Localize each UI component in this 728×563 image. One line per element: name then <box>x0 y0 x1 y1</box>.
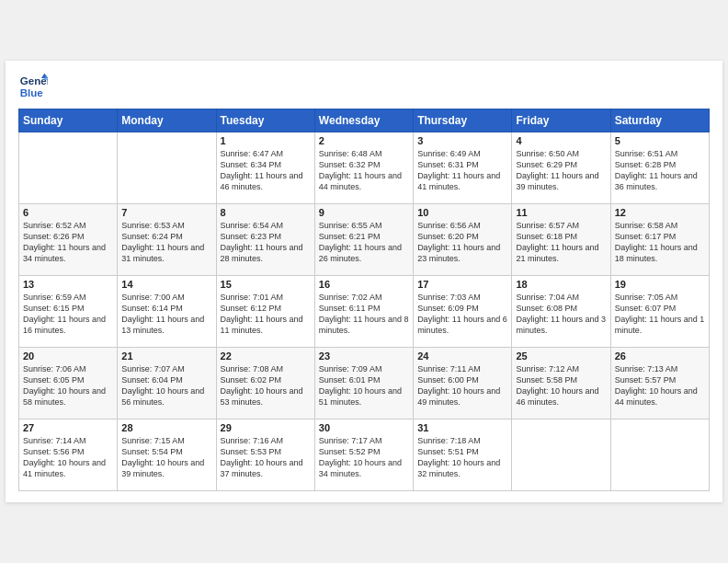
cell-content: Sunrise: 7:11 AM Sunset: 6:00 PM Dayligh… <box>417 363 507 408</box>
day-number: 22 <box>221 350 311 362</box>
day-number: 3 <box>417 135 507 146</box>
day-number: 19 <box>615 279 705 290</box>
cell-content: Sunrise: 6:58 AM Sunset: 6:17 PM Dayligh… <box>615 220 705 265</box>
calendar-cell: 30Sunrise: 7:17 AM Sunset: 5:52 PM Dayli… <box>314 419 413 491</box>
calendar-week-row: 1Sunrise: 6:47 AM Sunset: 6:34 PM Daylig… <box>19 132 710 204</box>
cell-content: Sunrise: 6:51 AM Sunset: 6:28 PM Dayligh… <box>615 148 705 193</box>
day-number: 30 <box>319 422 409 433</box>
weekday-header-monday: Monday <box>118 109 216 132</box>
calendar-week-row: 6Sunrise: 6:52 AM Sunset: 6:26 PM Daylig… <box>19 204 710 276</box>
day-number: 5 <box>615 135 705 146</box>
calendar-cell: 11Sunrise: 6:57 AM Sunset: 6:18 PM Dayli… <box>512 204 610 276</box>
calendar-cell: 25Sunrise: 7:12 AM Sunset: 5:58 PM Dayli… <box>512 348 610 419</box>
calendar-cell: 16Sunrise: 7:02 AM Sunset: 6:11 PM Dayli… <box>314 276 413 348</box>
svg-text:Blue: Blue <box>20 87 44 98</box>
cell-content: Sunrise: 7:04 AM Sunset: 6:08 PM Dayligh… <box>516 292 606 337</box>
calendar-cell: 6Sunrise: 6:52 AM Sunset: 6:26 PM Daylig… <box>19 204 118 276</box>
cell-content: Sunrise: 6:57 AM Sunset: 6:18 PM Dayligh… <box>516 220 606 265</box>
cell-content: Sunrise: 7:13 AM Sunset: 5:57 PM Dayligh… <box>615 363 705 408</box>
cell-content: Sunrise: 7:09 AM Sunset: 6:01 PM Dayligh… <box>319 363 409 408</box>
cell-content: Sunrise: 7:00 AM Sunset: 6:14 PM Dayligh… <box>121 292 211 337</box>
calendar-cell: 29Sunrise: 7:16 AM Sunset: 5:53 PM Dayli… <box>216 419 314 491</box>
calendar-cell: 3Sunrise: 6:49 AM Sunset: 6:31 PM Daylig… <box>414 132 512 204</box>
day-number: 20 <box>23 350 113 362</box>
day-number: 6 <box>23 207 113 218</box>
day-number: 29 <box>221 422 311 433</box>
calendar-cell: 4Sunrise: 6:50 AM Sunset: 6:29 PM Daylig… <box>512 132 610 204</box>
day-number: 1 <box>221 135 311 146</box>
day-number: 14 <box>121 279 211 290</box>
cell-content: Sunrise: 7:17 AM Sunset: 5:52 PM Dayligh… <box>319 435 409 480</box>
header: General Blue <box>18 72 710 101</box>
day-number: 7 <box>121 207 211 218</box>
day-number: 27 <box>23 422 113 433</box>
cell-content: Sunrise: 6:54 AM Sunset: 6:23 PM Dayligh… <box>221 220 311 265</box>
calendar-cell: 20Sunrise: 7:06 AM Sunset: 6:05 PM Dayli… <box>19 348 118 419</box>
cell-content: Sunrise: 6:48 AM Sunset: 6:32 PM Dayligh… <box>319 148 409 193</box>
calendar-cell: 9Sunrise: 6:55 AM Sunset: 6:21 PM Daylig… <box>314 204 413 276</box>
calendar-cell <box>118 132 216 204</box>
calendar-cell: 15Sunrise: 7:01 AM Sunset: 6:12 PM Dayli… <box>216 276 314 348</box>
calendar-cell: 2Sunrise: 6:48 AM Sunset: 6:32 PM Daylig… <box>314 132 413 204</box>
cell-content: Sunrise: 7:02 AM Sunset: 6:11 PM Dayligh… <box>319 292 409 337</box>
cell-content: Sunrise: 7:05 AM Sunset: 6:07 PM Dayligh… <box>615 292 705 337</box>
calendar-cell: 21Sunrise: 7:07 AM Sunset: 6:04 PM Dayli… <box>118 348 216 419</box>
weekday-header-sunday: Sunday <box>19 109 118 132</box>
day-number: 21 <box>121 350 211 362</box>
weekday-header-saturday: Saturday <box>610 109 709 132</box>
cell-content: Sunrise: 6:59 AM Sunset: 6:15 PM Dayligh… <box>23 292 113 337</box>
weekday-header-row: SundayMondayTuesdayWednesdayThursdayFrid… <box>19 109 710 132</box>
day-number: 26 <box>615 350 705 362</box>
calendar-cell: 27Sunrise: 7:14 AM Sunset: 5:56 PM Dayli… <box>19 419 118 491</box>
cell-content: Sunrise: 7:16 AM Sunset: 5:53 PM Dayligh… <box>221 435 311 480</box>
cell-content: Sunrise: 7:14 AM Sunset: 5:56 PM Dayligh… <box>23 435 113 480</box>
cell-content: Sunrise: 7:12 AM Sunset: 5:58 PM Dayligh… <box>516 363 606 408</box>
calendar-cell <box>610 419 709 491</box>
day-number: 10 <box>417 207 507 218</box>
cell-content: Sunrise: 6:55 AM Sunset: 6:21 PM Dayligh… <box>319 220 409 265</box>
weekday-header-tuesday: Tuesday <box>216 109 314 132</box>
day-number: 28 <box>121 422 211 433</box>
cell-content: Sunrise: 6:47 AM Sunset: 6:34 PM Dayligh… <box>221 148 311 193</box>
cell-content: Sunrise: 7:18 AM Sunset: 5:51 PM Dayligh… <box>417 435 507 480</box>
cell-content: Sunrise: 7:15 AM Sunset: 5:54 PM Dayligh… <box>121 435 211 480</box>
calendar-cell: 13Sunrise: 6:59 AM Sunset: 6:15 PM Dayli… <box>19 276 118 348</box>
calendar-cell: 8Sunrise: 6:54 AM Sunset: 6:23 PM Daylig… <box>216 204 314 276</box>
day-number: 11 <box>516 207 606 218</box>
weekday-header-wednesday: Wednesday <box>314 109 413 132</box>
day-number: 15 <box>221 279 311 290</box>
cell-content: Sunrise: 7:03 AM Sunset: 6:09 PM Dayligh… <box>417 292 507 337</box>
calendar-cell: 5Sunrise: 6:51 AM Sunset: 6:28 PM Daylig… <box>610 132 709 204</box>
cell-content: Sunrise: 6:52 AM Sunset: 6:26 PM Dayligh… <box>23 220 113 265</box>
cell-content: Sunrise: 6:56 AM Sunset: 6:20 PM Dayligh… <box>417 220 507 265</box>
day-number: 9 <box>319 207 409 218</box>
calendar-cell: 23Sunrise: 7:09 AM Sunset: 6:01 PM Dayli… <box>314 348 413 419</box>
calendar-week-row: 20Sunrise: 7:06 AM Sunset: 6:05 PM Dayli… <box>19 348 710 419</box>
logo-icon: General Blue <box>18 72 48 101</box>
calendar-cell: 10Sunrise: 6:56 AM Sunset: 6:20 PM Dayli… <box>414 204 512 276</box>
day-number: 13 <box>23 279 113 290</box>
calendar-table: SundayMondayTuesdayWednesdayThursdayFrid… <box>18 109 710 491</box>
cell-content: Sunrise: 7:01 AM Sunset: 6:12 PM Dayligh… <box>221 292 311 337</box>
calendar-cell: 19Sunrise: 7:05 AM Sunset: 6:07 PM Dayli… <box>610 276 709 348</box>
day-number: 4 <box>516 135 606 146</box>
day-number: 8 <box>221 207 311 218</box>
day-number: 12 <box>615 207 705 218</box>
calendar-cell: 28Sunrise: 7:15 AM Sunset: 5:54 PM Dayli… <box>118 419 216 491</box>
day-number: 17 <box>417 279 507 290</box>
calendar-cell: 31Sunrise: 7:18 AM Sunset: 5:51 PM Dayli… <box>414 419 512 491</box>
logo: General Blue <box>18 72 48 101</box>
cell-content: Sunrise: 7:06 AM Sunset: 6:05 PM Dayligh… <box>23 363 113 408</box>
day-number: 18 <box>516 279 606 290</box>
calendar-cell: 24Sunrise: 7:11 AM Sunset: 6:00 PM Dayli… <box>414 348 512 419</box>
day-number: 16 <box>319 279 409 290</box>
calendar-cell: 12Sunrise: 6:58 AM Sunset: 6:17 PM Dayli… <box>610 204 709 276</box>
calendar-cell: 17Sunrise: 7:03 AM Sunset: 6:09 PM Dayli… <box>414 276 512 348</box>
cell-content: Sunrise: 7:08 AM Sunset: 6:02 PM Dayligh… <box>221 363 311 408</box>
calendar-cell: 18Sunrise: 7:04 AM Sunset: 6:08 PM Dayli… <box>512 276 610 348</box>
cell-content: Sunrise: 6:50 AM Sunset: 6:29 PM Dayligh… <box>516 148 606 193</box>
calendar-week-row: 27Sunrise: 7:14 AM Sunset: 5:56 PM Dayli… <box>19 419 710 491</box>
day-number: 24 <box>417 350 507 362</box>
calendar-cell: 1Sunrise: 6:47 AM Sunset: 6:34 PM Daylig… <box>216 132 314 204</box>
day-number: 2 <box>319 135 409 146</box>
